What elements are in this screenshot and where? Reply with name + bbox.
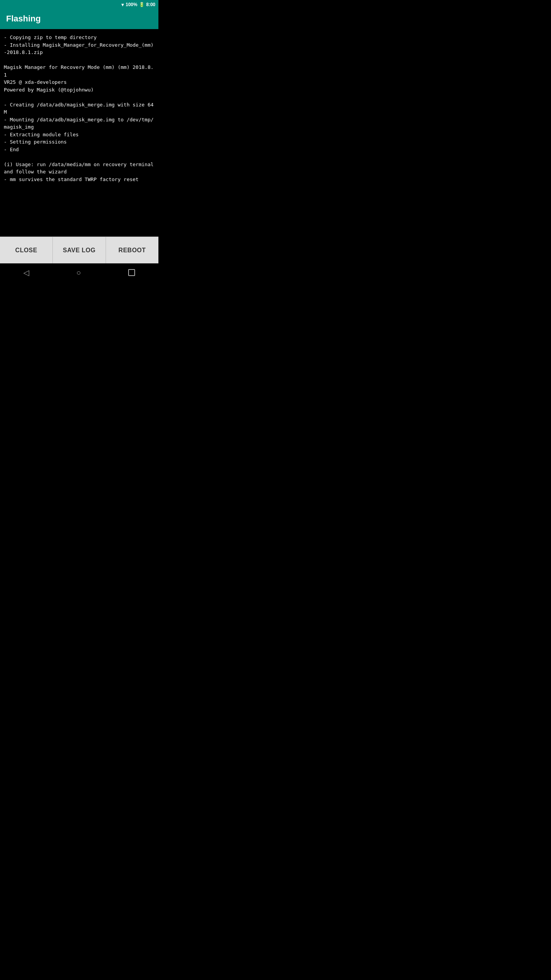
toolbar: Flashing bbox=[0, 9, 158, 29]
battery-icon: 🔋 bbox=[139, 2, 145, 7]
wifi-icon: ▾ bbox=[121, 2, 124, 8]
back-icon[interactable]: ◁ bbox=[23, 268, 29, 277]
home-icon[interactable]: ○ bbox=[76, 268, 81, 277]
save-log-button[interactable]: SAVE LOG bbox=[53, 237, 106, 263]
recents-icon[interactable] bbox=[128, 269, 135, 276]
status-icons: ▾ 100% 🔋 8:00 bbox=[121, 2, 155, 8]
nav-bar: ◁ ○ bbox=[0, 263, 158, 282]
status-bar: ▾ 100% 🔋 8:00 bbox=[0, 0, 158, 9]
close-button[interactable]: CLOSE bbox=[0, 237, 53, 263]
battery-percent: 100% bbox=[126, 2, 137, 7]
bottom-bar: CLOSE SAVE LOG REBOOT bbox=[0, 237, 158, 263]
page-title: Flashing bbox=[6, 14, 41, 23]
log-content: - Copying zip to temp directory - Instal… bbox=[4, 34, 155, 183]
reboot-button[interactable]: REBOOT bbox=[106, 237, 158, 263]
log-area: - Copying zip to temp directory - Instal… bbox=[0, 29, 158, 237]
clock: 8:00 bbox=[146, 2, 155, 7]
